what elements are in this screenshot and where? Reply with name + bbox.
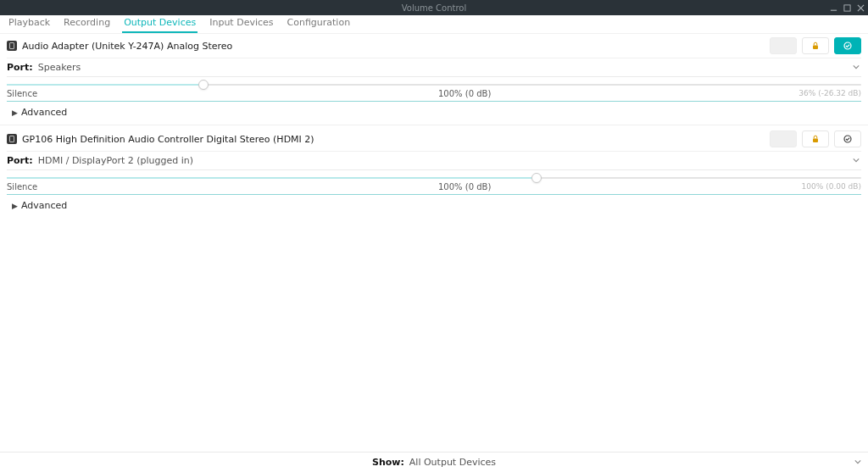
tab-recording[interactable]: Recording	[62, 14, 112, 33]
separator	[7, 76, 861, 77]
output-device: Audio Adapter (Unitek Y-247A) Analog Ste…	[0, 34, 868, 125]
device-name: GP106 High Definition Audio Controller D…	[22, 134, 314, 145]
svg-rect-1	[813, 46, 818, 50]
minimize-icon[interactable]	[829, 3, 837, 12]
device-name: Audio Adapter (Unitek Y-247A) Analog Ste…	[22, 41, 232, 52]
show-label: Show:	[372, 457, 404, 468]
port-label: Port:	[7, 155, 33, 166]
port-label: Port:	[7, 62, 33, 73]
port-dropdown[interactable]	[853, 155, 861, 166]
current-db-label: 100% (0.00 dB)	[802, 182, 861, 191]
svg-rect-0	[843, 4, 849, 10]
lock-channels-button[interactable]	[802, 130, 829, 147]
filter-bar: Show: All Output Devices	[0, 452, 868, 472]
mute-button[interactable]	[770, 37, 797, 54]
show-value: All Output Devices	[409, 457, 496, 468]
window-controls	[829, 3, 868, 12]
advanced-expander[interactable]: ▶ Advanced	[7, 102, 861, 125]
lock-channels-button[interactable]	[802, 37, 829, 54]
device-list: Audio Adapter (Unitek Y-247A) Analog Ste…	[0, 34, 868, 452]
show-dropdown[interactable]	[854, 457, 861, 468]
tab-input-devices[interactable]: Input Devices	[208, 14, 275, 33]
port-dropdown[interactable]	[853, 62, 861, 73]
separator	[7, 169, 861, 170]
set-default-button[interactable]	[834, 130, 861, 147]
tabs-bar: Playback Recording Output Devices Input …	[0, 15, 868, 34]
maximize-icon[interactable]	[843, 3, 851, 12]
volume-slider[interactable]	[7, 174, 861, 182]
device-buttons	[770, 130, 861, 147]
current-db-label: 36% (-26.32 dB)	[798, 89, 861, 97]
volume-slider[interactable]	[7, 81, 861, 89]
sound-card-icon	[7, 41, 17, 51]
device-header: GP106 High Definition Audio Controller D…	[7, 130, 861, 147]
port-value: HDMI / DisplayPort 2 (plugged in)	[38, 155, 193, 166]
titlebar: Volume Control	[0, 0, 868, 15]
output-device: GP106 High Definition Audio Controller D…	[0, 127, 868, 218]
advanced-label: Advanced	[21, 200, 67, 211]
advanced-label: Advanced	[21, 107, 67, 118]
device-buttons	[770, 37, 861, 54]
volume-readout: Silence 100% (0 dB) 36% (-26.32 dB)	[7, 89, 861, 101]
volume-readout: Silence 100% (0 dB) 100% (0.00 dB)	[7, 182, 861, 194]
chevron-right-icon: ▶	[12, 108, 18, 117]
window-title: Volume Control	[402, 3, 467, 13]
mid-label: 100% (0 dB)	[438, 89, 491, 98]
advanced-expander[interactable]: ▶ Advanced	[7, 195, 861, 218]
tab-output-devices[interactable]: Output Devices	[122, 14, 198, 33]
device-header: Audio Adapter (Unitek Y-247A) Analog Ste…	[7, 37, 861, 54]
tab-configuration[interactable]: Configuration	[286, 14, 353, 33]
port-value: Speakers	[38, 62, 81, 73]
sound-card-icon	[7, 134, 17, 144]
set-default-button[interactable]	[834, 37, 861, 54]
svg-rect-3	[813, 139, 818, 143]
close-icon[interactable]	[856, 3, 865, 12]
silence-label: Silence	[7, 182, 37, 192]
port-row: Port: HDMI / DisplayPort 2 (plugged in)	[7, 151, 861, 168]
chevron-right-icon: ▶	[12, 202, 18, 210]
mute-button[interactable]	[770, 130, 797, 147]
port-row: Port: Speakers	[7, 58, 861, 75]
mid-label: 100% (0 dB)	[438, 182, 491, 192]
device-separator	[0, 125, 868, 125]
tab-playback[interactable]: Playback	[7, 14, 52, 33]
silence-label: Silence	[7, 89, 37, 98]
